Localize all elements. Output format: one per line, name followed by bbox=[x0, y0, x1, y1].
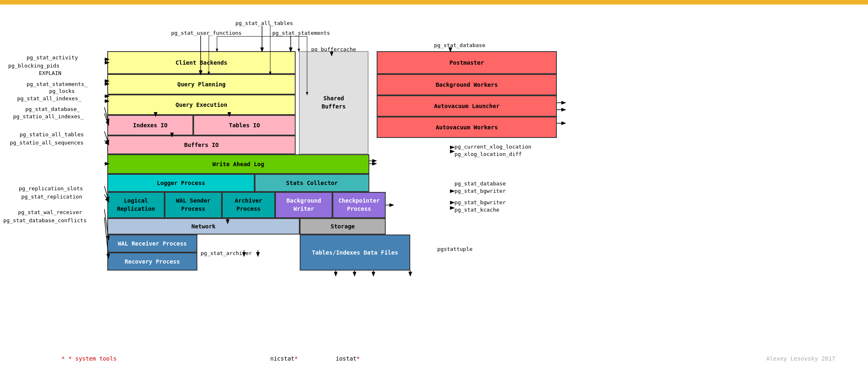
footer-nicstat: nicstat* bbox=[270, 355, 298, 362]
buffers-io-label: Buffers IO bbox=[184, 142, 219, 148]
logical-replication-box: LogicalReplication bbox=[107, 192, 165, 218]
network-box: Network bbox=[107, 218, 300, 235]
label-pg-stat-user-functions: pg_stat_user_functions bbox=[171, 30, 242, 36]
postmaster-label: Postmaster bbox=[450, 59, 484, 66]
postmaster-box: Postmaster bbox=[377, 51, 557, 74]
label-pg-xlog-location-diff: pg_xlog_location_diff bbox=[454, 151, 522, 157]
nicstat-asterisk: * bbox=[294, 355, 298, 362]
footer-iostat: iostat* bbox=[336, 355, 360, 362]
label-pg-stat-replication: pg_stat_replication bbox=[21, 194, 82, 200]
autovac-launcher-box: Autovacuum Launcher bbox=[377, 95, 557, 117]
storage-label: Storage bbox=[330, 223, 355, 230]
footer-system-tools: * * system tools bbox=[61, 355, 117, 362]
buffers-io-box: Buffers IO bbox=[107, 135, 296, 154]
label-pg-blocking-pids: pg_blocking_pids bbox=[8, 63, 59, 69]
asterisk-icon: * bbox=[61, 355, 65, 362]
logger-process-label: Logger Process bbox=[157, 180, 205, 186]
label-pg-stat-all-indexes: pg_stat_all_indexes_ bbox=[17, 95, 81, 102]
stats-collector-label: Stats Collector bbox=[286, 180, 338, 186]
archiver-box: ArchiverProcess bbox=[222, 192, 275, 218]
label-pg-stat-database-top: pg_stat_database bbox=[434, 42, 485, 48]
network-label: Network bbox=[191, 223, 215, 230]
checkpointer-box: CheckpointerProcess bbox=[332, 192, 386, 218]
query-execution-box: Query Execution bbox=[107, 95, 296, 115]
label-pgstattuple: pgstattuple bbox=[437, 246, 472, 252]
recovery-label: Recovery Process bbox=[125, 258, 180, 265]
label-pg-replication-slots: pg_replication_slots bbox=[19, 185, 83, 192]
footer-credit: Alexey Lesovsky 2017 bbox=[766, 355, 835, 362]
logical-replication-label: LogicalReplication bbox=[117, 197, 155, 213]
label-pg-stat-kcache: pg_stat_kcache bbox=[454, 207, 500, 213]
label-pg-stat-statements-l: pg_stat_statements_ bbox=[27, 81, 88, 87]
label-pg-statio-all-sequences: pg_statio_all_sequences bbox=[10, 140, 84, 146]
recovery-box: Recovery Process bbox=[107, 253, 197, 271]
label-pg-stat-database-l: pg_stat_database_ bbox=[25, 106, 80, 112]
logger-process-box: Logger Process bbox=[107, 174, 255, 192]
shared-buffers-box: SharedBuffers bbox=[299, 51, 368, 154]
wal-sender-box: WAL SenderProcess bbox=[165, 192, 222, 218]
label-explain: EXPLAIN bbox=[39, 70, 61, 76]
label-pg-stat-bgwriter2: pg_stat_bgwriter bbox=[454, 199, 506, 205]
query-execution-label: Query Execution bbox=[176, 102, 227, 108]
iostat-asterisk: * bbox=[357, 355, 360, 362]
autovac-workers-label: Autovacuum Workers bbox=[436, 124, 498, 131]
bg-workers-box: Background Workers bbox=[377, 74, 557, 95]
archiver-label: ArchiverProcess bbox=[235, 197, 262, 213]
checkpointer-label: CheckpointerProcess bbox=[338, 197, 380, 213]
label-pg-stat-activity: pg_stat_activity bbox=[27, 54, 78, 61]
storage-box: Storage bbox=[300, 218, 386, 235]
bg-workers-label: Background Workers bbox=[436, 81, 498, 88]
wal-sender-label: WAL SenderProcess bbox=[176, 197, 210, 213]
indexes-io-box: Indexes IO bbox=[107, 115, 193, 135]
query-planning-box: Query Planning bbox=[107, 74, 296, 95]
shared-buffers-label: SharedBuffers bbox=[321, 95, 346, 111]
label-pg-statio-all-indexes: pg_statio_all_indexes_ bbox=[13, 113, 84, 120]
tables-io-label: Tables IO bbox=[229, 122, 260, 129]
wal-receiver-box: WAL Receiver Process bbox=[107, 235, 197, 253]
label-pg-stat-bgwriter: pg_stat_bgwriter bbox=[454, 188, 506, 194]
label-pg-stat-database-r: pg_stat_database bbox=[454, 180, 506, 187]
stats-collector-box: Stats Collector bbox=[255, 174, 369, 192]
tables-io-box: Tables IO bbox=[193, 115, 296, 135]
label-pg-stat-all-tables: pg_stat_all_tables bbox=[235, 20, 293, 26]
wal-receiver-label: WAL Receiver Process bbox=[118, 240, 187, 247]
top-border bbox=[0, 2, 868, 5]
label-pg-stat-database-conflicts: pg_stat_database_conflicts bbox=[3, 217, 87, 223]
client-backends-label: Client Backends bbox=[176, 59, 227, 66]
tables-indexes-label: Tables/Indexes Data Files bbox=[312, 249, 398, 256]
label-pg-locks: pg_locks bbox=[49, 88, 75, 94]
label-pg-statio-all-tables: pg_statio_all_tables bbox=[20, 131, 84, 138]
indexes-io-label: Indexes IO bbox=[133, 122, 167, 129]
label-pg-stat-statements-top: pg_stat_statements bbox=[272, 30, 330, 36]
label-pg-current-xlog-location: pg_current_xlog_location bbox=[454, 144, 531, 150]
bg-writer-label: BackgroundWriter bbox=[287, 197, 321, 213]
label-pg-stat-wal-receiver: pg_stat_wal_receiver bbox=[18, 209, 82, 215]
wal-box: Write Ahead Log bbox=[107, 154, 369, 174]
tables-indexes-box: Tables/Indexes Data Files bbox=[300, 235, 410, 271]
autovac-launcher-label: Autovacuum Launcher bbox=[434, 103, 500, 109]
client-backends-box: Client Backends bbox=[107, 51, 296, 74]
wal-label: Write Ahead Log bbox=[212, 161, 264, 167]
bg-writer-box: BackgroundWriter bbox=[275, 192, 332, 218]
query-planning-label: Query Planning bbox=[177, 81, 226, 88]
label-pg-stat-archiver: pg_stat_archiver bbox=[201, 250, 252, 256]
autovac-workers-box: Autovacuum Workers bbox=[377, 117, 557, 138]
